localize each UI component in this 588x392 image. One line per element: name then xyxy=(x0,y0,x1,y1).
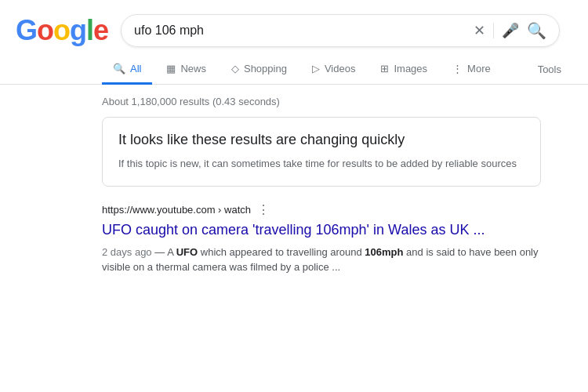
icon-divider xyxy=(493,23,494,38)
result-item: https://www.youtube.com › watch ⋮ UFO ca… xyxy=(102,202,541,275)
result-options-icon[interactable]: ⋮ xyxy=(257,202,270,217)
google-logo[interactable]: Google xyxy=(16,14,108,47)
search-icons: ✕ 🎤 🔍 xyxy=(474,21,546,40)
tab-news-label: News xyxy=(180,63,206,74)
clear-icon[interactable]: ✕ xyxy=(474,22,485,39)
snippet-date: 2 days ago xyxy=(102,246,152,258)
snippet-bold-ufo: UFO xyxy=(176,246,198,258)
tab-shopping[interactable]: ◇ Shopping xyxy=(220,55,298,85)
tab-more[interactable]: ⋮ More xyxy=(441,55,502,85)
snippet-bold-speed: 106mph xyxy=(365,246,403,258)
search-input[interactable]: ufo 106 mph xyxy=(134,24,466,38)
news-icon: ▦ xyxy=(166,63,176,74)
results-area: About 1,180,000 results (0.43 seconds) I… xyxy=(0,85,588,275)
microphone-icon[interactable]: 🎤 xyxy=(502,22,519,39)
result-title[interactable]: UFO caught on camera 'travelling 106mph'… xyxy=(102,220,541,240)
tab-videos[interactable]: ▷ Videos xyxy=(301,55,367,85)
result-url-row: https://www.youtube.com › watch ⋮ xyxy=(102,202,541,217)
tab-all-label: All xyxy=(130,63,141,74)
info-box-title: It looks like these results are changing… xyxy=(118,132,524,148)
info-box-description: If this topic is new, it can sometimes t… xyxy=(118,156,524,172)
header: Google ufo 106 mph ✕ 🎤 🔍 xyxy=(0,0,588,55)
tab-news[interactable]: ▦ News xyxy=(155,55,217,85)
shopping-icon: ◇ xyxy=(231,63,239,74)
tab-images[interactable]: ⊞ Images xyxy=(369,55,438,85)
search-bar: ufo 106 mph ✕ 🎤 🔍 xyxy=(121,14,560,47)
tab-images-label: Images xyxy=(394,63,427,74)
result-url: https://www.youtube.com › watch xyxy=(102,204,251,216)
all-icon: 🔍 xyxy=(113,63,125,74)
tab-more-label: More xyxy=(467,63,491,74)
images-icon: ⊞ xyxy=(380,63,389,74)
videos-icon: ▷ xyxy=(312,63,320,74)
result-snippet: 2 days ago — A UFO which appeared to tra… xyxy=(102,245,541,275)
tab-shopping-label: Shopping xyxy=(244,63,287,74)
nav-tabs: 🔍 All ▦ News ◇ Shopping ▷ Videos ⊞ Image… xyxy=(0,55,588,85)
info-box: It looks like these results are changing… xyxy=(102,117,541,187)
more-icon: ⋮ xyxy=(452,63,463,74)
tools-button[interactable]: Tools xyxy=(527,56,572,83)
snippet-text: — A UFO which appeared to travelling aro… xyxy=(102,246,539,274)
tab-all[interactable]: 🔍 All xyxy=(102,55,152,85)
tab-videos-label: Videos xyxy=(325,63,356,74)
results-count: About 1,180,000 results (0.43 seconds) xyxy=(102,91,572,117)
search-icon[interactable]: 🔍 xyxy=(527,21,546,40)
